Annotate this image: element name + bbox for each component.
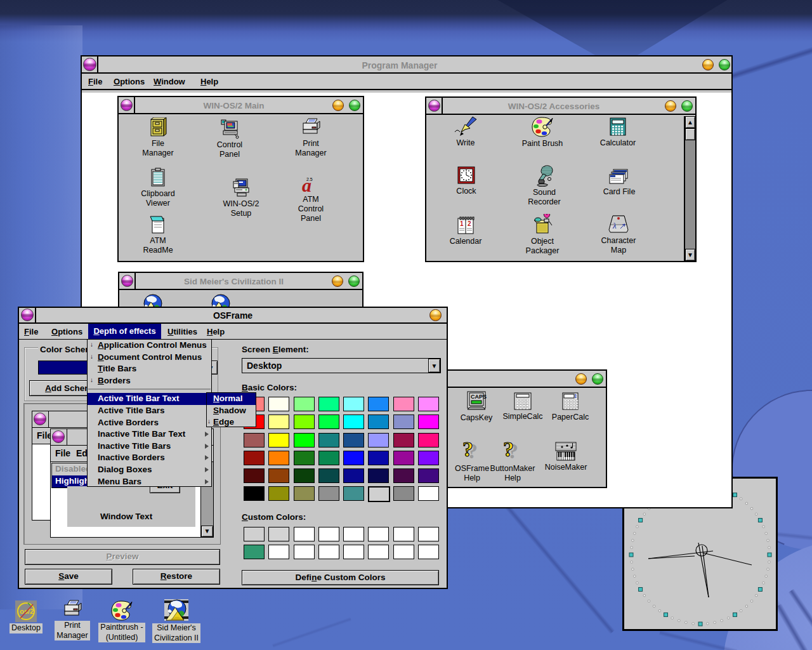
svg-text:2: 2 xyxy=(468,220,471,227)
svg-text:λ: λ xyxy=(612,221,617,230)
svg-text:?: ? xyxy=(503,440,514,461)
svg-text:?: ? xyxy=(462,440,473,461)
svg-text:1: 1 xyxy=(460,220,464,227)
svg-text:a: a xyxy=(302,175,311,194)
svg-text:CAPS: CAPS xyxy=(471,394,487,400)
